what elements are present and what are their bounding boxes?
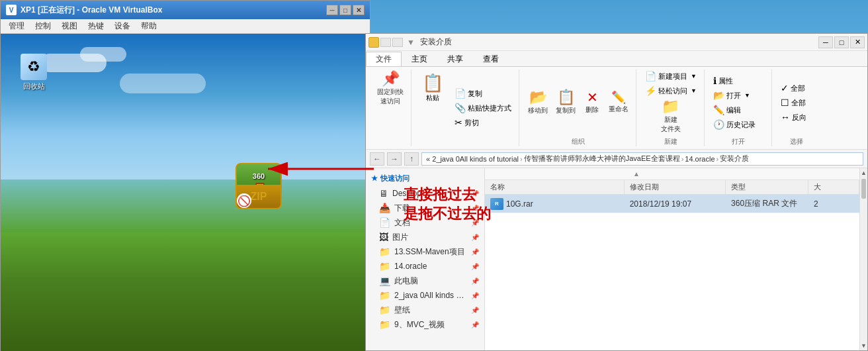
col-header-type[interactable]: 类型 <box>726 180 808 194</box>
close-button[interactable]: ✕ <box>353 5 365 15</box>
select-none-button[interactable]: ☐ 全部 <box>777 96 816 109</box>
sidebar-mvc-label: 9、MVC_视频 <box>394 319 467 330</box>
scroll-up-button[interactable]: ▲ <box>860 168 867 177</box>
sidebar-item-oracle[interactable]: 📁 14.oracle 📌 <box>366 259 484 274</box>
move-to-label: 移动到 <box>528 106 548 115</box>
annotation-text: 直接拖过去 是拖不过去的 <box>404 185 491 223</box>
easy-access-label: 轻松访问 <box>658 86 687 96</box>
open-button[interactable]: 📂 打开 ▼ <box>710 89 767 102</box>
sidebar-item-mvc[interactable]: 📁 9、MVC_视频 📌 <box>366 317 484 332</box>
sidebar-wallpaper-label: 壁纸 <box>394 305 467 316</box>
tab-share[interactable]: 共享 <box>437 52 473 66</box>
menu-hotkeys[interactable]: 热键 <box>83 19 109 33</box>
menu-devices[interactable]: 设备 <box>109 19 136 33</box>
xp-cloud-2 <box>80 47 126 62</box>
address-path[interactable]: « 2_java 0All kinds of tutorial › 传智播客前讲… <box>421 152 863 166</box>
select-all-button[interactable]: ✓ 全部 <box>777 81 816 95</box>
copy-to-button[interactable]: 📋 复制到 <box>552 88 579 117</box>
sidebar-item-pictures[interactable]: 🖼 图片 📌 <box>366 230 484 244</box>
file-name-text-0: 10G.rar <box>506 199 533 209</box>
paste-shortcut-icon: 📎 <box>455 103 466 113</box>
ribbon-bar: 📌 固定到快 速访问 📋 粘贴 📄 复制 📎 粘贴快捷方式 ✂ <box>366 67 867 150</box>
organize-group: 📂 移动到 📋 复制到 ✕ 删除 ✏️ 重命名 组织 <box>521 70 636 146</box>
select-buttons: ✓ 全部 ☐ 全部 ↔ 反向 <box>777 70 816 136</box>
java-icon: 📁 <box>379 290 390 301</box>
path-sep-1: › <box>520 155 523 163</box>
address-bar: ← → ↑ « 2_java 0All kinds of tutorial › … <box>366 150 867 168</box>
invert-selection-button[interactable]: ↔ 反向 <box>777 111 816 124</box>
nav-tb-icon2 <box>392 38 403 47</box>
new-item-button[interactable]: 📄 新建项目 ▼ <box>642 70 700 83</box>
pin-icon: 📌 <box>382 72 400 86</box>
explorer-close-button[interactable]: ✕ <box>850 36 865 48</box>
annotation-line1: 直接拖过去 <box>404 185 491 205</box>
vertical-scrollbar[interactable]: ▲ ▼ <box>859 168 867 350</box>
easy-access-button[interactable]: ⚡ 轻松访问 ▼ <box>642 84 700 97</box>
col-header-size[interactable]: 大 <box>808 180 859 194</box>
select-none-label: 全部 <box>791 98 806 108</box>
open-group: ℹ 属性 📂 打开 ▼ ✏️ 编辑 🕐 历史记录 打开 <box>706 70 772 146</box>
forward-button[interactable]: → <box>387 152 402 166</box>
select-group-label: 选择 <box>790 136 803 146</box>
menu-view[interactable]: 视图 <box>56 19 83 33</box>
new-folder-button[interactable]: 📁 新建文件夹 <box>656 97 685 136</box>
move-to-button[interactable]: 📂 移动到 <box>525 88 551 117</box>
properties-button[interactable]: ℹ 属性 <box>710 74 767 87</box>
delete-label: 删除 <box>586 105 599 115</box>
vbox-menubar: 管理 控制 视图 热键 设备 帮助 <box>1 19 370 34</box>
delete-button[interactable]: ✕ 删除 <box>580 89 604 117</box>
file-size-0: 2 <box>808 199 859 209</box>
rename-button[interactable]: ✏️ 重命名 <box>605 89 632 116</box>
oracle-icon: 📁 <box>379 261 390 272</box>
sidebar-item-wallpaper[interactable]: 📁 壁纸 📌 <box>366 303 484 317</box>
explorer-maximize-button[interactable]: □ <box>834 36 849 48</box>
open-arrow: ▼ <box>744 92 750 99</box>
pin-label: 固定到快 速访问 <box>377 87 404 106</box>
menu-help[interactable]: 帮助 <box>136 19 162 33</box>
tab-view[interactable]: 查看 <box>473 52 509 66</box>
up-button[interactable]: ↑ <box>404 152 419 166</box>
annotation-line2: 是拖不过去的 <box>404 205 491 224</box>
edit-button[interactable]: ✏️ 编辑 <box>710 103 767 117</box>
copy-button[interactable]: 📄 复制 <box>451 87 515 100</box>
sidebar-item-java[interactable]: 📁 2_java 0All kinds of t 📌 <box>366 288 484 303</box>
sidebar-item-ssm[interactable]: 📁 13.SSM-Maven项目 📌 <box>366 244 484 259</box>
vbox-title: XP1 [正在运行] - Oracle VM VirtualBox <box>21 5 326 16</box>
explorer-minimize-button[interactable]: ─ <box>818 36 833 48</box>
paste-shortcut-button[interactable]: 📎 粘贴快捷方式 <box>451 101 515 115</box>
ssm-icon: 📁 <box>379 246 390 257</box>
sidebar-computer-label: 此电脑 <box>394 276 467 287</box>
col-header-name[interactable]: 名称 <box>485 180 625 194</box>
pin-to-quick-access-button[interactable]: 📌 固定到快 速访问 <box>374 70 407 108</box>
file-row-0[interactable]: R 10G.rar 2018/12/19 19:07 360压缩 RAR 文件 … <box>485 195 859 213</box>
scroll-thumb[interactable] <box>861 179 866 199</box>
cut-label: 剪切 <box>464 118 479 128</box>
zip-app-icon[interactable]: 360 ZIP 🚫 <box>232 163 285 209</box>
col-header-date[interactable]: 修改日期 <box>625 180 726 194</box>
menu-control[interactable]: 控制 <box>30 19 56 33</box>
cut-button[interactable]: ✂ 剪切 <box>451 116 515 129</box>
tab-file[interactable]: 文件 <box>366 52 402 66</box>
new-item-arrow: ▼ <box>691 73 697 79</box>
scroll-down-button[interactable]: ▼ <box>860 341 867 350</box>
path-segment-2: 传智播客前讲师郭永峰大神讲的JavaEE全套课程 <box>524 154 680 164</box>
sidebar-item-computer[interactable]: 💻 此电脑 📌 <box>366 274 484 288</box>
xp-desktop: ♻ 回收站 360 ZIP 🚫 <box>1 34 371 351</box>
paste-label: 粘贴 <box>426 93 439 103</box>
back-button[interactable]: ← <box>370 152 384 166</box>
menu-manage[interactable]: 管理 <box>3 19 30 33</box>
maximize-button[interactable]: □ <box>339 5 351 15</box>
file-name-0: R 10G.rar <box>485 198 625 210</box>
vbox-icon: V <box>6 5 17 15</box>
pin-indicator-3: 📌 <box>471 234 479 241</box>
file-list-header: 名称 修改日期 类型 大 <box>485 180 859 195</box>
quick-access-label: 快速访问 <box>380 174 410 183</box>
properties-label: 属性 <box>718 76 733 86</box>
recycle-bin-icon[interactable]: ♻ 回收站 <box>14 54 54 91</box>
invert-label: 反向 <box>792 113 806 123</box>
easy-access-icon: ⚡ <box>645 85 656 96</box>
minimize-button[interactable]: ─ <box>326 5 338 15</box>
history-button[interactable]: 🕐 历史记录 <box>710 118 767 131</box>
paste-button[interactable]: 📋 粘贴 <box>417 70 449 146</box>
tab-home[interactable]: 主页 <box>402 52 437 66</box>
